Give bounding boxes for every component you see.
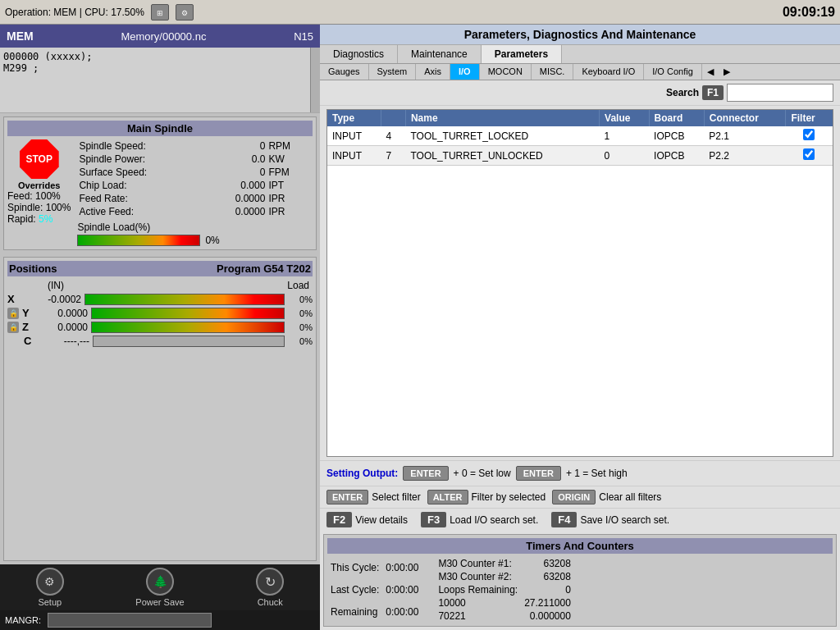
y-bar: [91, 308, 285, 319]
f2-group: F2 View details: [326, 512, 408, 527]
z-lock-icon: 🔒: [7, 322, 19, 333]
col-type: Type: [327, 110, 381, 126]
setting-output-label: Setting Output:: [326, 468, 398, 479]
pos-x-row: X -0.0002 0%: [7, 293, 313, 305]
f4-group: F4 Save I/O search set.: [551, 512, 669, 527]
stop-sign: STOP: [20, 139, 59, 179]
col-board: Board: [649, 110, 704, 126]
sub-tabs: Gauges System Axis I/O MOCON MISC. Keybo…: [320, 64, 840, 80]
tab-io-config[interactable]: I/O Config: [644, 64, 702, 80]
chuck-icon: ↻: [256, 568, 284, 596]
program-label: Program G54 T202: [217, 262, 311, 275]
spindle-section: Main Spindle STOP Overrides Feed: 100% S…: [3, 116, 317, 250]
code-scrollbar[interactable]: [310, 48, 320, 112]
clear-filters-group: ORIGIN Clear all filters: [552, 490, 661, 504]
icon-network: ⊞: [151, 4, 169, 21]
tab-io[interactable]: I/O: [450, 64, 480, 80]
setting-output-row: Setting Output: ENTER + 0 = Set low ENTE…: [320, 460, 840, 486]
search-input[interactable]: [727, 84, 833, 102]
pos-y-row: 🔒 Y 0.0000 0%: [7, 307, 313, 319]
filter-checkbox[interactable]: [803, 129, 815, 140]
load-io-label: Load I/O search set.: [450, 514, 538, 526]
tab-keyboard-io[interactable]: Keyboard I/O: [573, 64, 644, 80]
chuck-label: Chuck: [258, 597, 283, 607]
top-bar: Operation: MEM | CPU: 17.50% ⊞ ⚙ 09:09:1…: [0, 0, 840, 25]
search-bar: Search F1: [320, 80, 840, 106]
action-buttons-row: ENTER Select filter ALTER Filter by sele…: [320, 486, 840, 508]
filter-checkbox[interactable]: [803, 148, 815, 160]
enter-select-btn[interactable]: ENTER: [326, 490, 368, 504]
x-bar: [84, 294, 285, 305]
table-row[interactable]: INPUT 7 TOOL_TURRET_UNLOCKED 0 IOPCB P2.…: [327, 146, 833, 166]
spindle-load-bar: [77, 235, 200, 246]
io-table: Type Name Value Board Connector Filter I…: [327, 110, 833, 166]
setup-button[interactable]: ⚙ Setup: [36, 568, 64, 607]
c-bar: [93, 336, 285, 347]
io-table-wrapper: Type Name Value Board Connector Filter I…: [326, 109, 833, 457]
origin-btn[interactable]: ORIGIN: [552, 490, 596, 504]
filter-by-selected-label: Filter by selected: [472, 491, 546, 503]
setup-icon: ⚙: [36, 568, 64, 596]
tab-parameters[interactable]: Parameters: [482, 45, 562, 63]
status-bar: MANGR:: [0, 610, 320, 630]
select-filter-group: ENTER Select filter: [326, 490, 421, 504]
power-save-label: Power Save: [135, 597, 184, 607]
timers-content: This Cycle:0:00:00 Last Cycle:0:00:00 Re…: [327, 557, 833, 623]
power-save-icon: 🌲: [146, 568, 174, 596]
code-area: 000000 (xxxxx); M299 ;: [0, 48, 320, 113]
pos-col-headers: (IN) Load: [7, 280, 313, 291]
col-value: Value: [600, 110, 649, 126]
status-input[interactable]: [48, 613, 212, 628]
icon-settings: ⚙: [176, 4, 194, 21]
tab-misc[interactable]: MISC.: [532, 64, 574, 80]
z-bar: [91, 322, 285, 333]
tab-scroll-left[interactable]: ◀: [702, 64, 719, 80]
pos-c-row: C ----,--- 0%: [7, 335, 313, 347]
col-name: Name: [405, 110, 599, 126]
tab-maintenance[interactable]: Maintenance: [398, 45, 482, 63]
alter-btn[interactable]: ALTER: [427, 490, 468, 504]
search-label: Search: [666, 87, 699, 98]
chuck-button[interactable]: ↻ Chuck: [256, 568, 284, 607]
bottom-buttons: ⚙ Setup 🌲 Power Save ↻ Chuck: [0, 564, 320, 610]
set-high-text: + 1 = Set high: [566, 468, 628, 479]
main-tabs: Diagnostics Maintenance Parameters: [320, 45, 840, 64]
tab-scroll-right[interactable]: ▶: [719, 64, 735, 80]
operation-label: Operation: MEM | CPU: 17.50%: [5, 7, 144, 18]
overrides-label: Overrides: [18, 180, 60, 190]
load-label: Spindle Load(%): [77, 221, 150, 233]
set-low-text: + 0 = Set low: [454, 468, 511, 479]
select-filter-label: Select filter: [372, 491, 420, 503]
f3-badge[interactable]: F3: [421, 512, 446, 527]
tab-system[interactable]: System: [369, 64, 417, 80]
spindle-stats: Spindle Speed:0RPM Spindle Power:0.0KW S…: [77, 139, 313, 246]
f1-badge[interactable]: F1: [702, 85, 724, 100]
filter-by-selected-group: ALTER Filter by selected: [427, 490, 546, 504]
positions-title: Positions: [9, 262, 57, 275]
enter-btn-2[interactable]: ENTER: [516, 466, 561, 481]
panel-title: Parameters, Diagnostics And Maintenance: [320, 25, 840, 45]
power-save-button[interactable]: 🌲 Power Save: [135, 568, 184, 607]
pos-z-row: 🔒 Z 0.0000 0%: [7, 321, 313, 333]
positions-section: Positions Program G54 T202 (IN) Load X -…: [3, 257, 317, 561]
clock: 09:09:19: [783, 5, 835, 20]
col-num: [381, 110, 405, 126]
enter-btn-1[interactable]: ENTER: [403, 466, 448, 481]
cnc-file: Memory/00000.nc: [121, 30, 206, 43]
table-row[interactable]: INPUT 4 TOOL_TURRET_LOCKED 1 IOPCB P2.1: [327, 126, 833, 146]
clear-all-filters-label: Clear all filters: [599, 491, 661, 503]
col-filter: Filter: [786, 110, 833, 126]
f4-badge[interactable]: F4: [551, 512, 577, 527]
right-panel: Parameters, Diagnostics And Maintenance …: [320, 25, 840, 630]
code-content: 000000 (xxxxx); M299 ;: [3, 51, 317, 109]
top-bar-left: Operation: MEM | CPU: 17.50% ⊞ ⚙: [5, 4, 194, 21]
timers-title: Timers And Counters: [327, 538, 833, 554]
tab-axis[interactable]: Axis: [416, 64, 450, 80]
f3-group: F3 Load I/O search set.: [421, 512, 538, 527]
tab-gauges[interactable]: Gauges: [320, 64, 369, 80]
f2-badge[interactable]: F2: [326, 512, 352, 527]
setting-output-content: Setting Output: ENTER + 0 = Set low ENTE…: [326, 466, 833, 481]
timers-section: Timers And Counters This Cycle:0:00:00 L…: [323, 534, 837, 627]
tab-diagnostics[interactable]: Diagnostics: [320, 45, 398, 63]
tab-mocon[interactable]: MOCON: [480, 64, 532, 80]
